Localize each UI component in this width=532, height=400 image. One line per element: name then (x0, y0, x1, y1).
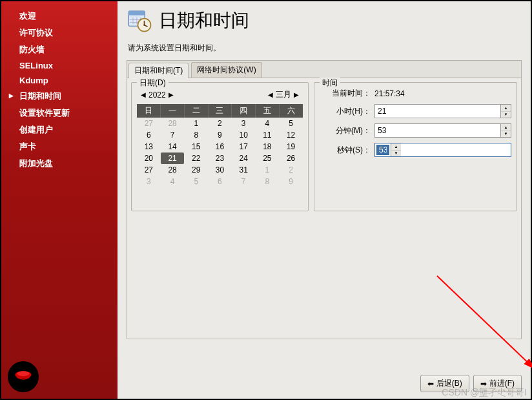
year-prev-icon[interactable]: ◀ (139, 91, 147, 98)
current-time-label: 当前时间： (320, 88, 374, 99)
datetime-icon (127, 8, 152, 34)
date-group: 日期(D) ◀ 2022 ▶ ◀ 三月 ▶ (131, 82, 309, 211)
tab-ntp[interactable]: 网络时间协议(W) (191, 62, 261, 78)
calendar-day[interactable]: 23 (208, 153, 232, 164)
sidebar-item-3[interactable]: SELinux (1, 58, 118, 73)
minute-input[interactable] (375, 124, 500, 137)
tab-datetime[interactable]: 日期和时间(T) (128, 63, 189, 78)
current-time-value: 21:57:34 (374, 89, 405, 98)
hour-up-icon[interactable]: ▲ (501, 105, 511, 112)
sidebar-item-2[interactable]: 防火墙 (1, 41, 118, 58)
forward-button[interactable]: ➡ 前进(F) (473, 375, 522, 392)
arrow-left-icon: ⬅ (427, 379, 434, 388)
sidebar: 欢迎许可协议防火墙SELinuxKdump日期和时间设置软件更新创建用户声卡附加… (1, 1, 118, 399)
calendar-day[interactable]: 20 (137, 153, 161, 164)
minute-up-icon[interactable]: ▲ (501, 124, 511, 131)
calendar-day[interactable]: 30 (208, 164, 232, 176)
minute-spinner[interactable]: ▲▼ (374, 123, 511, 138)
second-label: 秒钟(S)： (320, 145, 374, 156)
sidebar-item-5[interactable]: 日期和时间 (1, 88, 118, 105)
weekday-header: 二 (184, 104, 208, 118)
date-group-title: 日期(D) (137, 78, 169, 89)
calendar-day[interactable]: 14 (161, 141, 185, 153)
weekday-header: 六 (279, 104, 303, 118)
calendar-day[interactable]: 6 (137, 129, 161, 141)
calendar-day[interactable]: 12 (279, 129, 303, 141)
page-subtitle: 请为系统设置日期和时间。 (128, 43, 522, 54)
sidebar-item-8[interactable]: 声卡 (1, 138, 118, 155)
weekday-header: 五 (256, 104, 280, 118)
weekday-header: 四 (232, 104, 256, 118)
footer: ⬅ 后退(B) ➡ 前进(F) (127, 367, 522, 392)
calendar-day[interactable]: 9 (279, 176, 303, 187)
calendar: 日一二三四五六 27281234567891011121314151617181… (137, 104, 303, 187)
calendar-day[interactable]: 2 (208, 118, 232, 129)
calendar-day[interactable]: 16 (208, 141, 232, 153)
calendar-day[interactable]: 28 (161, 118, 185, 129)
hour-down-icon[interactable]: ▼ (501, 112, 511, 118)
calendar-day[interactable]: 10 (232, 129, 256, 141)
page-header: 日期和时间 (127, 8, 522, 34)
calendar-day[interactable]: 8 (184, 129, 208, 141)
calendar-day[interactable]: 1 (256, 164, 280, 176)
sidebar-item-9[interactable]: 附加光盘 (1, 155, 118, 172)
sidebar-item-0[interactable]: 欢迎 (1, 8, 118, 25)
main-panel: 日期和时间 请为系统设置日期和时间。 日期和时间(T) 网络时间协议(W) 日期… (118, 1, 531, 399)
second-spinner[interactable]: ▲▼ (374, 143, 511, 157)
tabs-container: 日期和时间(T) 网络时间协议(W) 日期(D) ◀ 2022 ▶ ◀ 三月 (127, 60, 522, 339)
calendar-day[interactable]: 21 (161, 153, 185, 164)
tab-content: 日期(D) ◀ 2022 ▶ ◀ 三月 ▶ (127, 78, 521, 215)
redhat-logo (8, 361, 39, 392)
calendar-day[interactable]: 5 (184, 176, 208, 187)
calendar-day[interactable]: 29 (184, 164, 208, 176)
month-prev-icon[interactable]: ◀ (267, 91, 274, 98)
back-button[interactable]: ⬅ 后退(B) (420, 375, 469, 392)
calendar-day[interactable]: 22 (184, 153, 208, 164)
back-button-label: 后退(B) (436, 378, 462, 389)
sidebar-item-6[interactable]: 设置软件更新 (1, 105, 118, 121)
month-next-icon[interactable]: ▶ (292, 91, 300, 98)
calendar-day[interactable]: 24 (232, 153, 256, 164)
calendar-day[interactable]: 7 (161, 129, 185, 141)
calendar-day[interactable]: 1 (184, 118, 208, 129)
calendar-day[interactable]: 15 (184, 141, 208, 153)
calendar-day[interactable]: 18 (256, 141, 280, 153)
calendar-day[interactable]: 27 (137, 118, 161, 129)
calendar-day[interactable]: 8 (256, 176, 280, 187)
sidebar-item-4[interactable]: Kdump (1, 73, 118, 88)
calendar-day[interactable]: 25 (256, 153, 280, 164)
second-input[interactable] (376, 145, 389, 155)
forward-button-label: 前进(F) (489, 378, 515, 389)
minute-down-icon[interactable]: ▼ (501, 131, 511, 138)
year-next-icon[interactable]: ▶ (167, 91, 175, 98)
calendar-day[interactable]: 31 (232, 164, 256, 176)
calendar-day[interactable]: 3 (137, 176, 161, 187)
calendar-day[interactable]: 13 (137, 141, 161, 153)
calendar-day[interactable]: 17 (232, 141, 256, 153)
hour-input[interactable] (375, 105, 500, 118)
month-label: 三月 (276, 89, 291, 100)
calendar-nav: ◀ 2022 ▶ ◀ 三月 ▶ (137, 88, 303, 101)
time-group: 时间 当前时间： 21:57:34 小时(H)： ▲▼ 分钟(M)： (314, 82, 517, 211)
calendar-day[interactable]: 9 (208, 129, 232, 141)
sidebar-item-7[interactable]: 创建用户 (1, 121, 118, 138)
calendar-day[interactable]: 26 (279, 153, 303, 164)
calendar-day[interactable]: 5 (279, 118, 303, 129)
calendar-day[interactable]: 28 (161, 164, 185, 176)
second-up-icon[interactable]: ▲ (391, 143, 401, 151)
svg-rect-4 (128, 11, 145, 16)
calendar-day[interactable]: 6 (208, 176, 232, 187)
weekday-header: 三 (208, 104, 232, 118)
svg-point-2 (17, 371, 30, 376)
calendar-day[interactable]: 3 (232, 118, 256, 129)
calendar-day[interactable]: 19 (279, 141, 303, 153)
calendar-day[interactable]: 7 (232, 176, 256, 187)
second-down-icon[interactable]: ▼ (391, 151, 401, 157)
calendar-day[interactable]: 27 (137, 164, 161, 176)
calendar-day[interactable]: 2 (279, 164, 303, 176)
calendar-day[interactable]: 4 (161, 176, 185, 187)
sidebar-item-1[interactable]: 许可协议 (1, 25, 118, 41)
calendar-day[interactable]: 4 (256, 118, 280, 129)
calendar-day[interactable]: 11 (256, 129, 280, 141)
hour-spinner[interactable]: ▲▼ (374, 104, 511, 118)
